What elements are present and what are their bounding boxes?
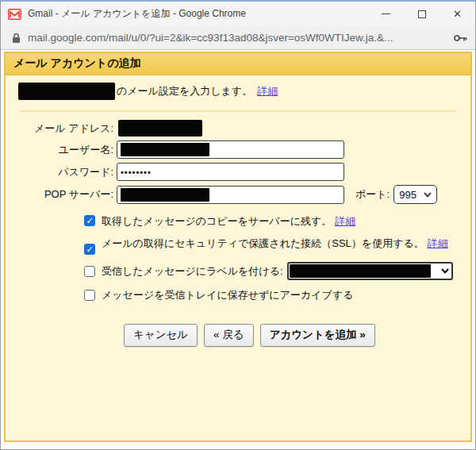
password-label: パスワード: bbox=[18, 165, 117, 179]
lock-icon[interactable] bbox=[12, 33, 21, 44]
leave-copy-label: 取得したメッセージのコピーをサーバーに残す。詳細 bbox=[102, 213, 355, 229]
add-mail-account-dialog: メール アカウントの追加 のメール設定を入力します。 詳細 メール アドレス: … bbox=[4, 52, 472, 442]
leave-copy-details-link[interactable]: 詳細 bbox=[335, 215, 355, 227]
email-row: メール アドレス: bbox=[18, 120, 458, 137]
archive-label: メッセージを受信トレイに保存せずにアーカイブする bbox=[102, 287, 353, 302]
dialog-buttons: キャンセル « 戻る アカウントを追加 » bbox=[124, 324, 470, 347]
username-label: ユーザー名: bbox=[18, 143, 117, 157]
label-select[interactable] bbox=[287, 262, 453, 280]
key-icon[interactable] bbox=[454, 34, 467, 42]
archive-checkbox[interactable] bbox=[84, 290, 95, 301]
chevron-down-icon bbox=[441, 268, 449, 274]
maximize-button[interactable] bbox=[404, 2, 440, 26]
back-button[interactable]: « 戻る bbox=[204, 324, 254, 347]
ssl-label: メールの取得にセキュリティで保護された接続（SSL）を使用する。詳細 bbox=[102, 236, 448, 251]
browser-popup-window: Gmail - メール アカウントを追加 - Google Chrome ✕ m… bbox=[0, 0, 476, 450]
gmail-logo-icon bbox=[8, 9, 21, 20]
cancel-button[interactable]: キャンセル bbox=[124, 324, 198, 347]
pop-server-row: POP サーバー: ポート: 995 bbox=[18, 185, 458, 204]
archive-row: メッセージを受信トレイに保存せずにアーカイブする bbox=[84, 287, 456, 302]
add-account-button[interactable]: アカウントを追加 » bbox=[260, 324, 375, 347]
intro-text: のメール設定を入力します。 bbox=[117, 84, 252, 98]
ssl-row: ✓ メールの取得にセキュリティで保護された接続（SSL）を使用する。詳細 bbox=[84, 236, 456, 255]
ssl-checkbox[interactable]: ✓ bbox=[84, 244, 95, 255]
account-form: メール アドレス: ユーザー名: パスワード: •••••••• POP bbox=[6, 120, 470, 204]
options-section: ✓ 取得したメッセージのコピーをサーバーに残す。詳細 ✓ メールの取得にセキュリ… bbox=[84, 213, 456, 302]
intro-details-link[interactable]: 詳細 bbox=[257, 84, 278, 98]
window-titlebar: Gmail - メール アカウントを追加 - Google Chrome ✕ bbox=[1, 2, 475, 26]
ssl-details-link[interactable]: 詳細 bbox=[428, 237, 448, 249]
port-label: ポート: bbox=[355, 187, 390, 202]
pop-server-input[interactable] bbox=[117, 186, 344, 204]
redacted-email-value bbox=[118, 120, 202, 137]
dialog-title: メール アカウントの追加 bbox=[6, 53, 470, 75]
username-input[interactable] bbox=[117, 140, 344, 159]
password-input[interactable]: •••••••• bbox=[117, 163, 344, 181]
email-label: メール アドレス: bbox=[18, 121, 117, 136]
close-icon: ✕ bbox=[453, 9, 462, 19]
apply-label-label: 受信したメッセージにラベルを付ける: bbox=[102, 263, 283, 279]
redacted-email-address bbox=[18, 83, 115, 100]
minimize-button[interactable] bbox=[368, 2, 404, 26]
close-button[interactable]: ✕ bbox=[440, 2, 475, 26]
minimize-icon bbox=[382, 13, 390, 14]
pop-server-label: POP サーバー: bbox=[18, 187, 117, 202]
redacted-pop-server-value bbox=[121, 188, 209, 202]
leave-copy-checkbox[interactable]: ✓ bbox=[84, 215, 95, 226]
leave-copy-row: ✓ 取得したメッセージのコピーをサーバーに残す。詳細 bbox=[84, 213, 456, 229]
redacted-username-value bbox=[121, 143, 209, 156]
label-row: 受信したメッセージにラベルを付ける: bbox=[84, 262, 456, 280]
username-row: ユーザー名: bbox=[18, 140, 458, 159]
page-background: メール アカウントの追加 のメール設定を入力します。 詳細 メール アドレス: … bbox=[1, 50, 475, 449]
maximize-icon bbox=[418, 10, 426, 18]
window-title: Gmail - メール アカウントを追加 - Google Chrome bbox=[28, 7, 368, 21]
password-dots: •••••••• bbox=[121, 167, 152, 177]
port-value: 995 bbox=[399, 189, 416, 201]
separator-line bbox=[20, 110, 456, 112]
redacted-label-value bbox=[290, 264, 431, 278]
port-select[interactable]: 995 bbox=[393, 185, 437, 204]
apply-label-checkbox[interactable] bbox=[84, 266, 95, 277]
chevron-down-icon bbox=[424, 192, 432, 198]
password-row: パスワード: •••••••• bbox=[18, 163, 458, 181]
window-controls: ✕ bbox=[368, 2, 475, 26]
url-text[interactable]: mail.google.com/mail/u/0/?ui=2&ik=cc93f1… bbox=[28, 32, 447, 44]
address-bar[interactable]: mail.google.com/mail/u/0/?ui=2&ik=cc93f1… bbox=[1, 26, 475, 50]
intro-line: のメール設定を入力します。 詳細 bbox=[6, 75, 470, 108]
